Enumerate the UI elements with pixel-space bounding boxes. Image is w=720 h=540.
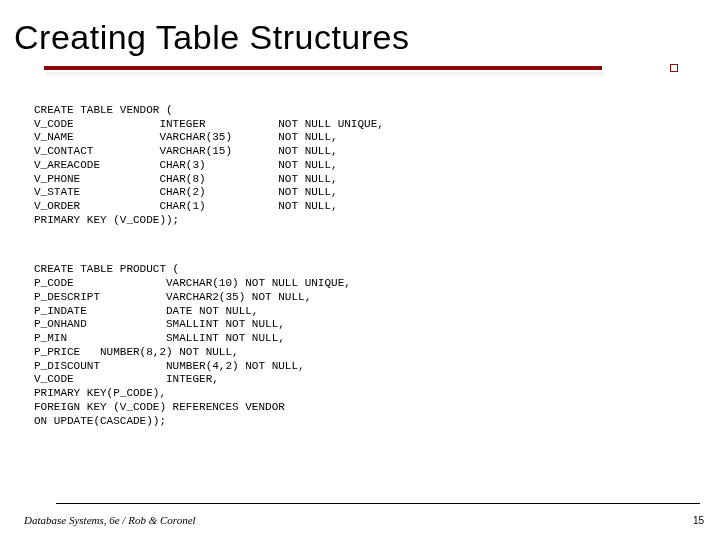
footer-text: Database Systems, 6e / Rob & Coronel — [24, 514, 196, 526]
sql-block-vendor: CREATE TABLE VENDOR ( V_CODE INTEGER NOT… — [34, 104, 700, 228]
rule-thick — [44, 66, 602, 70]
content-area: CREATE TABLE VENDOR ( V_CODE INTEGER NOT… — [34, 90, 700, 456]
title-underline — [44, 66, 702, 70]
sql-block-product: CREATE TABLE PRODUCT ( P_CODE VARCHAR(10… — [34, 263, 700, 428]
square-icon — [670, 64, 678, 72]
slide: Creating Table Structures CREATE TABLE V… — [0, 0, 720, 540]
slide-title: Creating Table Structures — [0, 0, 720, 57]
rule-shadow — [46, 72, 604, 78]
page-number: 15 — [693, 515, 704, 526]
footer-divider — [56, 503, 700, 504]
